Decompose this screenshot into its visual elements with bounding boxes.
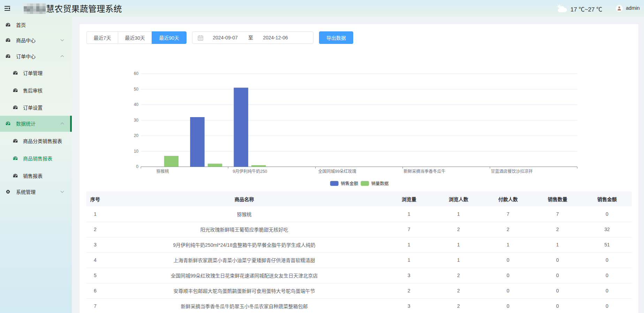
svg-text:10: 10	[134, 149, 139, 154]
svg-text:甘蓝酒店餐饮沙拉凉拌: 甘蓝酒店餐饮沙拉凉拌	[491, 169, 533, 174]
svg-text:销量数据: 销量数据	[371, 181, 389, 186]
svg-text:猕猴桃: 猕猴桃	[157, 169, 169, 174]
svg-text:60: 60	[134, 71, 139, 76]
svg-text:9月伊利纯牛奶250: 9月伊利纯牛奶250	[233, 169, 267, 174]
svg-text:20: 20	[134, 133, 139, 138]
svg-text:销售金额: 销售金额	[341, 181, 358, 186]
svg-text:新鲜采摘当季香冬瓜牛: 新鲜采摘当季香冬瓜牛	[403, 169, 445, 174]
svg-text:0: 0	[136, 164, 138, 169]
svg-text:全国同城99朵红玫瑰: 全国同城99朵红玫瑰	[318, 169, 356, 174]
svg-text:40: 40	[134, 102, 139, 107]
svg-text:30: 30	[134, 118, 139, 123]
svg-text:50: 50	[134, 87, 139, 92]
